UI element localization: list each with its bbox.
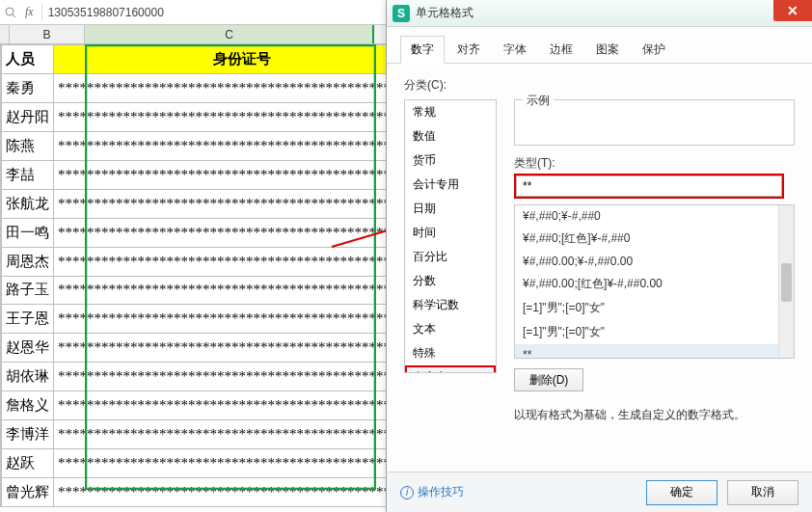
category-item-text[interactable]: 文本 [405, 317, 496, 341]
table-row: 李博洋*************************************… [2, 420, 432, 449]
dialog-titlebar[interactable]: S 单元格格式 ✕ [387, 0, 812, 27]
format-item[interactable]: ¥#,##0.00;[红色]¥-#,##0.00 [515, 272, 794, 296]
cell-id[interactable]: ****************************************… [54, 305, 432, 334]
category-item-scientific[interactable]: 科学记数 [405, 293, 496, 317]
scrollbar[interactable] [778, 205, 794, 358]
table-row: 路子玉*************************************… [2, 276, 432, 305]
dialog-title: 单元格格式 [416, 5, 812, 21]
row-number-column [0, 25, 10, 43]
cell-name[interactable]: 赵恩华 [2, 334, 54, 363]
fx-label: fx [25, 5, 34, 19]
table-row: 詹格义*************************************… [2, 391, 432, 420]
delete-button[interactable]: 删除(D) [514, 368, 583, 391]
cell-id[interactable]: ****************************************… [54, 363, 432, 391]
category-label: 分类(C): [404, 77, 795, 94]
cell-name[interactable]: 曾光辉 [2, 478, 54, 507]
cell-name[interactable]: 赵丹阳 [2, 102, 54, 131]
info-icon: i [400, 486, 414, 499]
header-row: 人员 身份证号 [2, 45, 432, 74]
cell-name[interactable]: 张航龙 [2, 189, 54, 218]
category-item-fraction[interactable]: 分数 [405, 269, 496, 293]
cell-id[interactable]: ****************************************… [54, 449, 432, 478]
cell-id[interactable]: ****************************************… [54, 218, 432, 247]
tips-link[interactable]: i 操作技巧 [400, 484, 464, 500]
cell-name[interactable]: 李博洋 [2, 420, 54, 449]
table-row: 张航龙*************************************… [2, 189, 432, 218]
cell-name[interactable]: 王子恩 [2, 305, 54, 334]
cell-id[interactable]: ****************************************… [54, 478, 432, 507]
cell-name[interactable]: 路子玉 [2, 276, 54, 305]
cancel-button[interactable]: 取消 [727, 480, 798, 505]
tab-border[interactable]: 边框 [539, 36, 583, 64]
close-icon: ✕ [787, 3, 798, 18]
cell-name[interactable]: 詹格义 [2, 391, 54, 420]
cell-id[interactable]: ****************************************… [54, 391, 432, 420]
category-detail: 示例 类型(T): ¥#,##0;¥-#,##0 ¥#,##0;[红色]¥-#,… [514, 99, 795, 423]
header-name[interactable]: 人员 [2, 45, 54, 74]
cell-id[interactable]: ****************************************… [54, 160, 432, 189]
format-item[interactable]: ¥#,##0;[红色]¥-#,##0 [515, 227, 794, 251]
category-item-currency[interactable]: 货币 [405, 148, 496, 173]
category-item-accounting[interactable]: 会计专用 [405, 173, 496, 197]
cell-id[interactable]: ****************************************… [54, 102, 432, 131]
format-item[interactable]: ¥#,##0;¥-#,##0 [515, 205, 794, 227]
close-button[interactable]: ✕ [773, 0, 812, 21]
number-panel: 分类(C): 常规 数值 货币 会计专用 日期 时间 百分比 分数 科学记数 文… [387, 64, 812, 437]
scrollbar-thumb[interactable] [781, 263, 792, 302]
data-grid[interactable]: 人员 身份证号 秦勇******************************… [1, 44, 432, 507]
tab-font[interactable]: 字体 [493, 36, 537, 64]
tab-number[interactable]: 数字 [400, 36, 445, 64]
formula-bar-value[interactable]: 130535198807160000 [41, 4, 382, 21]
cell-name[interactable]: 胡依琳 [2, 363, 54, 391]
cell-name[interactable]: 秦勇 [2, 73, 54, 102]
format-item[interactable]: [=1]"男";[=0]"女" [515, 320, 794, 344]
header-id[interactable]: 身份证号 [54, 45, 432, 74]
cell-id[interactable]: ****************************************… [54, 73, 432, 102]
format-item[interactable]: ** [515, 344, 794, 359]
format-item[interactable]: [=1]"男";[=0]"女" [515, 296, 794, 320]
category-list[interactable]: 常规 数值 货币 会计专用 日期 时间 百分比 分数 科学记数 文本 特殊 自定… [404, 99, 497, 373]
tab-pattern[interactable]: 图案 [585, 36, 630, 64]
table-row: 赵跃**************************************… [2, 449, 432, 478]
category-item-percent[interactable]: 百分比 [405, 245, 496, 269]
tab-align[interactable]: 对齐 [447, 36, 491, 64]
cell-id[interactable]: ****************************************… [54, 131, 432, 160]
cell-name[interactable]: 周恩杰 [2, 247, 54, 276]
svg-point-0 [6, 8, 14, 15]
table-row: 赵恩华*************************************… [2, 334, 432, 363]
cell-id[interactable]: ****************************************… [54, 420, 432, 449]
cell-id[interactable]: ****************************************… [54, 189, 432, 218]
table-row: 田一鸣*************************************… [2, 218, 432, 247]
cell-id[interactable]: ****************************************… [54, 276, 432, 305]
ok-button[interactable]: 确定 [646, 480, 717, 505]
type-input-highlight [514, 174, 784, 199]
column-header-c[interactable]: C [85, 25, 374, 43]
category-item-number[interactable]: 数值 [405, 124, 496, 148]
svg-line-1 [13, 14, 15, 17]
app-icon: S [392, 5, 410, 22]
category-item-time[interactable]: 时间 [405, 221, 496, 245]
cell-name[interactable]: 田一鸣 [2, 218, 54, 247]
cell-name[interactable]: 陈燕 [2, 131, 54, 160]
category-item-general[interactable]: 常规 [405, 100, 496, 124]
cell-format-dialog: S 单元格格式 ✕ 数字 对齐 字体 边框 图案 保护 分类(C): 常规 数值… [386, 0, 812, 512]
category-item-custom[interactable]: 自定义 [405, 365, 496, 373]
cell-name[interactable]: 李喆 [2, 160, 54, 189]
category-item-special[interactable]: 特殊 [405, 341, 496, 365]
table-row: 胡依琳*************************************… [2, 363, 432, 391]
column-header-b[interactable]: B [10, 25, 85, 43]
format-item[interactable]: ¥#,##0.00;¥-#,##0.00 [515, 251, 794, 272]
table-row: 周恩杰*************************************… [2, 247, 432, 276]
tab-protect[interactable]: 保护 [632, 36, 676, 64]
spreadsheet: fx 130535198807160000 B C 人员 身份证号 秦勇****… [0, 0, 386, 512]
zoom-icon [4, 6, 17, 19]
format-list[interactable]: ¥#,##0;¥-#,##0 ¥#,##0;[红色]¥-#,##0 ¥#,##0… [514, 204, 795, 359]
dialog-tabs: 数字 对齐 字体 边框 图案 保护 [387, 27, 812, 64]
cell-id[interactable]: ****************************************… [54, 247, 432, 276]
category-item-date[interactable]: 日期 [405, 197, 496, 221]
table-row: 秦勇**************************************… [2, 73, 432, 102]
type-input[interactable] [516, 175, 782, 197]
column-headers: B C [0, 25, 386, 44]
cell-id[interactable]: ****************************************… [54, 334, 432, 363]
cell-name[interactable]: 赵跃 [2, 449, 54, 478]
